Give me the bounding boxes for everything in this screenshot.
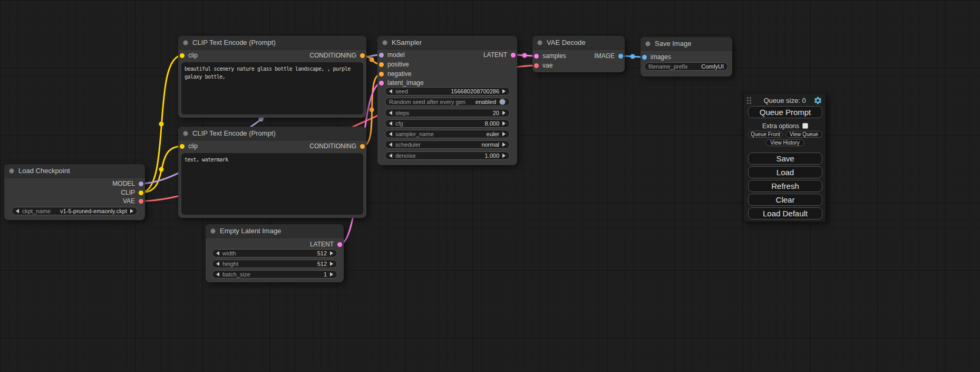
latent-output-dot[interactable] [337,242,342,247]
collapse-dot-icon[interactable] [645,41,651,46]
decrement-arrow-icon[interactable] [389,154,392,158]
input-slot-positive[interactable]: positive [379,61,409,68]
input-slot-images[interactable]: images [642,53,671,61]
images-input-dot[interactable] [642,55,647,60]
queue-front-button[interactable]: Queue Front [748,131,783,138]
conditioning-output-dot[interactable] [360,53,365,58]
prev-arrow-icon[interactable] [389,142,392,147]
denoise-widget[interactable]: denoise 1.000 [385,151,510,160]
increment-arrow-icon[interactable] [502,121,506,126]
prev-arrow-icon[interactable] [389,132,392,136]
output-slot-image[interactable]: IMAGE [594,52,623,60]
batch-size-widget[interactable]: batch_size 1 [212,270,337,279]
output-slot-latent[interactable]: LATENT [483,51,516,59]
latent-input-dot[interactable] [379,81,384,85]
increment-arrow-icon[interactable] [502,111,506,115]
decrement-arrow-icon[interactable] [389,121,392,126]
node-vae-decode[interactable]: VAE Decode samples vae IMAGE [532,36,625,72]
output-slot-conditioning[interactable]: CONDITIONING [309,52,365,59]
decrement-arrow-icon[interactable] [389,111,392,115]
increment-arrow-icon[interactable] [502,154,506,158]
increment-arrow-icon[interactable] [330,272,333,276]
input-slot-samples[interactable]: samples [534,52,566,60]
node-graph-canvas[interactable]: Load Checkpoint MODEL CLIP VAE ckpt_name… [0,0,980,372]
node-ksampler[interactable]: KSampler model positive negative latent_… [377,36,517,165]
drag-handle-icon[interactable] [747,97,751,104]
prompt-textarea[interactable]: text, watermark [181,153,363,215]
sampler-name-widget[interactable]: sampler_name euler [385,130,510,138]
model-input-dot[interactable] [379,53,384,58]
node-title-bar[interactable]: Empty Latent Image [206,224,344,238]
decrement-arrow-icon[interactable] [216,272,219,276]
height-widget[interactable]: height 512 [212,260,337,268]
node-title-bar[interactable]: Save Image [641,37,732,51]
refresh-button[interactable]: Refresh [748,180,822,192]
input-slot-latent-image[interactable]: latent_image [379,79,424,87]
node-load-checkpoint[interactable]: Load Checkpoint MODEL CLIP VAE ckpt_name… [4,164,145,220]
increment-arrow-icon[interactable] [330,251,333,255]
output-slot-latent[interactable]: LATENT [310,241,342,248]
output-slot-conditioning[interactable]: CONDITIONING [309,142,365,150]
save-button[interactable]: Save [748,152,822,165]
node-title-bar[interactable]: KSampler [377,36,517,50]
next-arrow-icon[interactable] [502,142,506,147]
collapse-dot-icon[interactable] [9,168,14,174]
collapse-dot-icon[interactable] [210,228,216,234]
link-midpoint-dot[interactable] [159,122,164,127]
input-slot-model[interactable]: model [379,51,405,59]
node-clip-text-encode-positive[interactable]: CLIP Text Encode (Prompt) clip CONDITION… [178,36,366,118]
samples-input-dot[interactable] [534,54,539,59]
settings-gear-icon[interactable] [813,96,822,105]
input-slot-vae[interactable]: vae [534,62,552,69]
filename-prefix-widget[interactable]: filename_prefix ComfyUI [644,62,728,71]
node-title-bar[interactable]: Load Checkpoint [4,164,145,178]
link-midpoint-dot[interactable] [630,54,635,59]
decrement-arrow-icon[interactable] [216,262,219,266]
clip-input-dot[interactable] [180,144,185,149]
link-midpoint-dot[interactable] [370,108,374,112]
collapse-dot-icon[interactable] [183,131,188,136]
prev-arrow-icon[interactable] [16,209,19,213]
node-title-bar[interactable]: CLIP Text Encode (Prompt) [178,127,366,140]
queue-menu-panel[interactable]: Queue size: 0 Queue Prompt Extra options… [743,93,826,222]
node-title-bar[interactable]: VAE Decode [532,36,625,50]
next-arrow-icon[interactable] [130,209,133,213]
increment-arrow-icon[interactable] [502,89,506,93]
node-save-image[interactable]: Save Image images filename_prefix ComfyU… [641,37,732,77]
node-title-bar[interactable]: CLIP Text Encode (Prompt) [178,36,366,50]
node-clip-text-encode-negative[interactable]: CLIP Text Encode (Prompt) clip CONDITION… [178,127,366,218]
image-output-dot[interactable] [618,54,623,59]
random-seed-toggle[interactable] [499,99,506,105]
clear-button[interactable]: Clear [748,194,822,206]
queue-prompt-button[interactable]: Queue Prompt [748,106,822,118]
collapse-dot-icon[interactable] [183,40,188,45]
model-output-dot[interactable] [139,182,143,186]
input-slot-negative[interactable]: negative [379,70,411,78]
collapse-dot-icon[interactable] [382,40,387,45]
output-slot-vae[interactable]: VAE [123,197,143,205]
cfg-widget[interactable]: cfg 8.000 [385,119,510,128]
extra-options-checkbox[interactable] [802,123,808,129]
width-widget[interactable]: width 512 [212,249,337,257]
node-empty-latent-image[interactable]: Empty Latent Image LATENT width 512 heig… [206,224,344,282]
positive-input-dot[interactable] [379,62,384,67]
conditioning-output-dot[interactable] [360,144,365,149]
steps-widget[interactable]: steps 20 [385,109,510,117]
load-button[interactable]: Load [748,166,822,178]
collapse-dot-icon[interactable] [537,40,542,45]
output-slot-clip[interactable]: CLIP [121,189,143,196]
scheduler-widget[interactable]: scheduler normal [385,140,510,149]
vae-input-dot[interactable] [534,63,539,68]
clip-input-dot[interactable] [180,53,185,58]
load-default-button[interactable]: Load Default [748,207,822,220]
seed-widget[interactable]: seed 156680208700286 [385,87,510,96]
link-midpoint-dot[interactable] [159,167,164,172]
increment-arrow-icon[interactable] [330,262,333,266]
decrement-arrow-icon[interactable] [389,89,392,93]
random-seed-widget[interactable]: Random seed after every gen enabled [385,98,510,106]
view-history-button[interactable]: View History [765,139,804,146]
input-slot-clip[interactable]: clip [180,52,198,59]
decrement-arrow-icon[interactable] [216,251,219,255]
prompt-textarea[interactable]: beautiful scenery nature glass bottle la… [181,62,363,115]
vae-output-dot[interactable] [139,199,143,204]
